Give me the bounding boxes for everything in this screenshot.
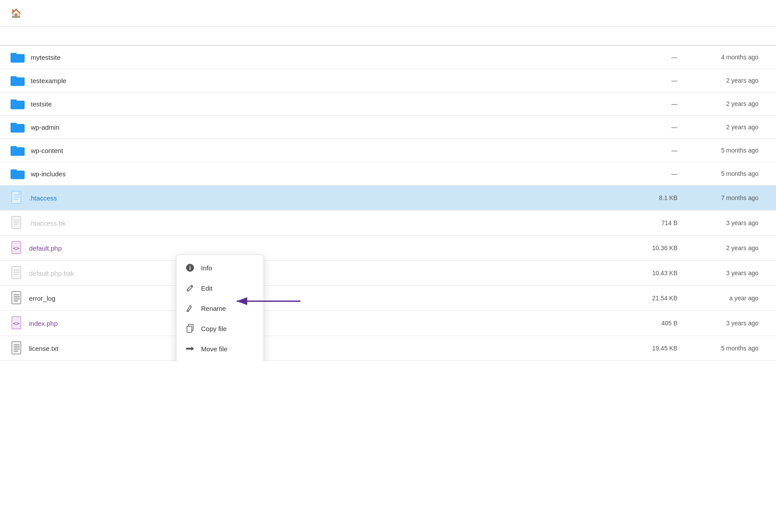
table-row[interactable]: error_log21.54 KBa year ago xyxy=(0,286,776,311)
folder-icon xyxy=(11,121,25,133)
file-modified: a year ago xyxy=(688,286,776,311)
file-name-label: mytestsite xyxy=(31,54,61,61)
file-size: 19.45 KB xyxy=(618,336,688,361)
rename-icon xyxy=(185,303,195,313)
svg-text:<>: <> xyxy=(13,321,20,327)
file-modified: 2 years ago xyxy=(688,236,776,261)
table-row[interactable]: wp-includes—5 months ago xyxy=(0,162,776,186)
menu-item-move[interactable]: Move file xyxy=(176,339,264,359)
file-name-label: testexample xyxy=(31,77,66,84)
file-modified: 5 months ago xyxy=(688,162,776,186)
file-size: 405 B xyxy=(618,311,688,336)
file-modified: 2 years ago xyxy=(688,92,776,116)
table-row[interactable]: wp-admin—2 years ago xyxy=(0,116,776,139)
edit-label: Edit xyxy=(201,284,212,292)
table-row[interactable]: license.txt19.45 KB5 months ago xyxy=(0,336,776,361)
menu-item-info[interactable]: iInfo xyxy=(176,258,264,278)
svg-rect-5 xyxy=(11,99,17,102)
file-name-label: index.php xyxy=(29,320,58,327)
folder-icon xyxy=(11,51,25,63)
table-row[interactable]: .htaccess8.1 KB7 months ago xyxy=(0,186,776,211)
file-name-label: default.php xyxy=(29,244,62,252)
file-name-cell: .htaccess xyxy=(0,186,618,211)
file-name-label: default.php.bak xyxy=(29,270,74,277)
file-name-label: .htaccess.bk xyxy=(29,219,66,227)
table-row[interactable]: .htaccess.bk714 B3 years ago xyxy=(0,211,776,236)
folder-icon xyxy=(11,98,25,110)
svg-rect-7 xyxy=(11,123,17,125)
file-name-cell: wp-admin xyxy=(0,116,618,139)
home-icon[interactable]: 🏠 xyxy=(11,8,22,18)
file-icon xyxy=(11,216,23,230)
file-size: — xyxy=(618,45,688,69)
file-icon xyxy=(11,291,23,305)
file-modified: 2 years ago xyxy=(688,69,776,92)
file-size: — xyxy=(618,139,688,162)
table-row[interactable]: default.php.bak10.43 KB3 years ago xyxy=(0,261,776,286)
file-table: mytestsite—4 months ago testexample—2 ye… xyxy=(0,27,776,361)
table-row[interactable]: wp-content—5 months ago xyxy=(0,139,776,162)
file-size: 21.54 KB xyxy=(618,286,688,311)
menu-item-permissions[interactable]: Permissions xyxy=(176,359,264,361)
file-icon xyxy=(11,341,23,355)
svg-rect-26 xyxy=(12,292,21,304)
file-modified: 7 months ago xyxy=(688,186,776,211)
file-name-cell: error_log xyxy=(0,286,618,311)
svg-rect-9 xyxy=(11,146,17,149)
file-name-cell: testexample xyxy=(0,69,618,92)
table-row[interactable]: testsite—2 years ago xyxy=(0,92,776,116)
file-modified: 3 years ago xyxy=(688,261,776,286)
edit-arrow-annotation xyxy=(232,295,303,308)
info-label: Info xyxy=(201,264,212,272)
file-name-cell: .htaccess.bk xyxy=(0,211,618,236)
svg-rect-1 xyxy=(11,53,17,55)
svg-rect-3 xyxy=(11,76,17,79)
svg-rect-11 xyxy=(11,169,17,172)
table-row[interactable]: <> default.php10.36 KB2 years ago xyxy=(0,236,776,261)
file-name-label: error_log xyxy=(29,295,55,302)
file-name-label: testsite xyxy=(31,100,52,108)
file-name-cell: <> default.php xyxy=(0,236,618,261)
svg-text:i: i xyxy=(189,265,191,271)
file-modified: 5 months ago xyxy=(688,336,776,361)
file-icon xyxy=(11,266,23,280)
menu-item-copy[interactable]: Copy file xyxy=(176,318,264,339)
edit-icon xyxy=(185,283,195,293)
file-modified: 5 months ago xyxy=(688,139,776,162)
file-name-cell: wp-content xyxy=(0,139,618,162)
file-name-label: wp-includes xyxy=(31,170,66,178)
move-icon xyxy=(185,344,195,353)
file-name-label: wp-admin xyxy=(31,124,59,131)
table-row[interactable]: mytestsite—4 months ago xyxy=(0,45,776,69)
file-size: — xyxy=(618,162,688,186)
svg-rect-43 xyxy=(187,326,192,332)
svg-rect-22 xyxy=(12,266,21,279)
svg-rect-16 xyxy=(12,216,21,229)
name-column-header[interactable] xyxy=(0,27,618,45)
svg-text:<>: <> xyxy=(13,245,20,251)
context-menu: iInfoEditRenameCopy fileMove filePermiss… xyxy=(176,255,264,361)
breadcrumb: 🏠 xyxy=(0,0,776,27)
file-modified: 3 years ago xyxy=(688,211,776,236)
file-code-icon: <> xyxy=(11,241,23,255)
file-code-icon: <> xyxy=(11,316,23,330)
file-name-cell: license.txt xyxy=(0,336,618,361)
copy-label: Copy file xyxy=(201,325,227,332)
file-size: 10.36 KB xyxy=(618,236,688,261)
file-size: 10.43 KB xyxy=(618,261,688,286)
modified-column-header[interactable] xyxy=(688,27,776,45)
file-name-cell: testsite xyxy=(0,92,618,116)
info-icon: i xyxy=(185,263,195,273)
size-column-header[interactable] xyxy=(618,27,688,45)
file-modified: 2 years ago xyxy=(688,116,776,139)
file-name-cell: default.php.bak xyxy=(0,261,618,286)
file-name-cell: <> index.php xyxy=(0,311,618,336)
file-size: 714 B xyxy=(618,211,688,236)
file-name-label: wp-content xyxy=(31,147,63,154)
file-size: — xyxy=(618,92,688,116)
svg-rect-33 xyxy=(12,342,21,354)
table-row[interactable]: <> index.php405 B3 years ago xyxy=(0,311,776,336)
table-row[interactable]: testexample—2 years ago xyxy=(0,69,776,92)
folder-icon xyxy=(11,74,25,87)
folder-icon xyxy=(11,144,25,157)
